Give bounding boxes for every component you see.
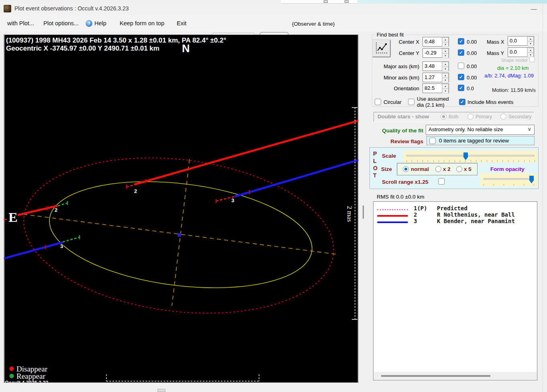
chord3-right-segment[interactable]: [235, 160, 358, 197]
minor-axis-spinner[interactable]: 1.27 ▲▼: [422, 73, 449, 82]
orientation-lock-checkbox[interactable]: ✓: [458, 85, 464, 91]
chord2-disappear-uncertainty: [127, 185, 134, 187]
minor-axis-lock-checkbox[interactable]: ✓: [458, 74, 464, 80]
form-opacity-slider[interactable]: [480, 173, 537, 186]
observation-number: 1(P): [414, 205, 437, 211]
minimize-button[interactable]: —: [527, 4, 541, 14]
form-opacity-track[interactable]: [484, 178, 534, 180]
double-stars-both-label: Both: [449, 114, 459, 120]
mass-x-value[interactable]: 0.0: [510, 38, 517, 44]
center-y-spinner[interactable]: -0.29 ▲▼: [422, 48, 449, 58]
scale-slider-track[interactable]: [406, 155, 534, 156]
plot-letter-o: O: [373, 165, 378, 171]
minor-axis-label: Minor axis (km): [377, 75, 419, 81]
list-item[interactable]: 3 K Bender, near Panamint: [374, 218, 537, 224]
horizontal-scrollbar[interactable]: [374, 372, 537, 380]
mass-y-label: Mass Y: [487, 50, 504, 56]
check-icon: ✓: [458, 50, 464, 55]
center-y-lock-checkbox[interactable]: ✓: [458, 49, 464, 56]
circular-label: Circular: [384, 99, 402, 105]
size-radio-group: normal x 2 x 5: [397, 163, 478, 175]
form-opacity-label: Form opacity: [490, 166, 525, 172]
scale-slider[interactable]: [403, 151, 537, 162]
size-x2-label: x 2: [443, 166, 451, 172]
window-right-edge: [543, 0, 543, 392]
scroll-range-label: Scroll range x1.25: [382, 179, 429, 185]
spin-down-icon[interactable]: ▼: [442, 78, 449, 83]
double-stars-title: Double stars - show: [378, 114, 429, 120]
spin-up-icon[interactable]: ▲: [442, 49, 449, 53]
app-icon: [4, 5, 11, 12]
spin-up-icon[interactable]: ▲: [527, 37, 534, 41]
splitter-handle[interactable]: [363, 205, 364, 219]
major-axis-lock-checkbox[interactable]: ✓: [458, 63, 464, 69]
major-axis-spinner[interactable]: 3.48 ▲▼: [422, 61, 449, 71]
spin-up-icon[interactable]: ▲: [442, 73, 449, 78]
check-icon: ✓: [458, 39, 464, 44]
spin-down-icon[interactable]: ▼: [442, 67, 449, 71]
background-close-icon: [345, 0, 349, 3]
circular-checkbox[interactable]: ✓: [375, 99, 381, 105]
double-stars-primary-label: Primary: [476, 114, 492, 120]
spin-down-icon[interactable]: ▼: [527, 41, 534, 46]
review-flags-text: 0 items are tagged for review: [439, 138, 509, 144]
menu-plot-options[interactable]: Plot options...: [43, 20, 79, 26]
center-x-value[interactable]: 0.48: [425, 39, 435, 45]
size-normal-radio[interactable]: [403, 166, 409, 172]
mass-x-spinner[interactable]: 0.0 ▲▼: [508, 36, 534, 46]
observations-list[interactable]: 1(P) Predicted 2 R Nolthenius, near Ball…: [373, 201, 537, 380]
minor-axis-value[interactable]: 1.27: [425, 74, 435, 80]
orientation-value[interactable]: 82.5: [425, 85, 435, 91]
mass-y-spinner[interactable]: 0.0 ▲▼: [508, 47, 534, 57]
size-x2-radio[interactable]: [435, 166, 441, 172]
spin-up-icon[interactable]: ▲: [442, 37, 449, 42]
spin-up-icon[interactable]: ▲: [442, 84, 449, 89]
spin-down-icon[interactable]: ▼: [442, 89, 449, 93]
help-icon[interactable]: ?: [86, 20, 92, 27]
menu-exit[interactable]: Exit: [177, 20, 186, 26]
quality-dropdown[interactable]: Astrometry only. No reliable size ∨: [426, 125, 535, 135]
double-stars-primary-radio[interactable]: [467, 114, 474, 120]
center-y-value[interactable]: -0.29: [425, 50, 437, 56]
scale-slider-thumb[interactable]: [463, 152, 468, 160]
spin-up-icon[interactable]: ▲: [527, 48, 534, 53]
chord3-left-segment[interactable]: [4, 242, 63, 258]
include-miss-events-checkbox[interactable]: ✓: [459, 99, 465, 105]
list-item[interactable]: 1(P) Predicted: [374, 205, 537, 211]
menu-help[interactable]: Help: [94, 20, 106, 26]
mass-y-value[interactable]: 0.0: [510, 49, 517, 55]
use-assumed-dia-checkbox[interactable]: ✓: [408, 99, 414, 105]
check-icon: ✓: [458, 85, 464, 91]
spin-down-icon[interactable]: ▼: [442, 53, 449, 58]
plot-canvas[interactable]: 2 2 3 3 (100937) 1998 MH43 2026 Feb 14 3…: [4, 35, 359, 383]
chord2-right-segment[interactable]: [134, 121, 358, 185]
review-flags-label: Review flags: [372, 138, 423, 144]
form-opacity-thumb[interactable]: [529, 176, 534, 183]
orientation-spinner[interactable]: 82.5 ▲▼: [422, 83, 449, 93]
rms-fit-label: RMS fit 0.0 ±0.0 km: [377, 194, 424, 200]
scrollbar-thumb[interactable]: [381, 375, 490, 377]
observation-number: 3: [414, 218, 437, 224]
chord3-label-left: 3: [60, 243, 63, 249]
menu-with-plot[interactable]: with Plot...: [7, 20, 34, 26]
scroll-range-checkbox[interactable]: ✓: [438, 178, 445, 185]
review-flags-checkbox[interactable]: ✓: [429, 138, 436, 144]
list-item[interactable]: 2 R Nolthenius, near Ball: [374, 211, 537, 218]
menu-keep-form-on-top[interactable]: Keep form on top: [120, 20, 164, 26]
double-stars-both-radio[interactable]: [441, 114, 447, 120]
shape-model-checkbox[interactable]: ✓: [529, 57, 535, 62]
center-x-spinner[interactable]: 0.48 ▲▼: [422, 37, 449, 47]
chord2-left-segment[interactable]: [18, 206, 57, 215]
size-x5-radio[interactable]: [456, 166, 462, 172]
mass-x-label: Mass X: [487, 39, 504, 45]
center-y-uncertainty: 0.00: [467, 50, 477, 56]
use-assumed-dia-label: Use assumed dia (2.1 km): [417, 96, 449, 108]
spin-up-icon[interactable]: ▲: [442, 62, 449, 67]
center-x-lock-checkbox[interactable]: ✓: [458, 38, 464, 45]
title-bar[interactable]: Plot event observations : Occult v.4.202…: [0, 4, 547, 14]
double-stars-secondary-radio[interactable]: [500, 114, 506, 120]
major-axis-value[interactable]: 3.48: [425, 63, 435, 69]
spin-down-icon[interactable]: ▼: [442, 42, 449, 47]
center-marker[interactable]: [178, 233, 181, 237]
orientation-label: Orientation: [377, 85, 419, 91]
